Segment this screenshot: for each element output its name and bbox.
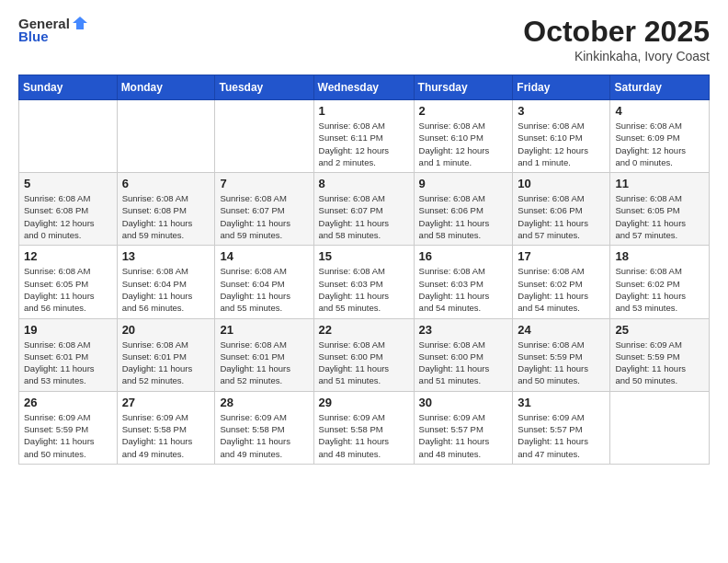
day-cell: 1Sunrise: 6:08 AM Sunset: 6:11 PM Daylig… [313,100,414,173]
week-row-1: 1Sunrise: 6:08 AM Sunset: 6:11 PM Daylig… [19,100,710,173]
day-number: 24 [518,323,605,337]
week-row-2: 5Sunrise: 6:08 AM Sunset: 6:08 PM Daylig… [19,173,710,246]
week-row-4: 19Sunrise: 6:08 AM Sunset: 6:01 PM Dayli… [19,318,710,391]
day-number: 13 [122,249,210,263]
weekday-header-thursday: Thursday [414,75,513,100]
day-info: Sunrise: 6:08 AM Sunset: 6:05 PM Dayligh… [615,192,704,241]
day-cell: 13Sunrise: 6:08 AM Sunset: 6:04 PM Dayli… [117,246,215,318]
day-cell: 11Sunrise: 6:08 AM Sunset: 6:05 PM Dayli… [610,173,710,246]
day-number: 29 [319,396,409,409]
day-info: Sunrise: 6:08 AM Sunset: 6:10 PM Dayligh… [419,120,508,168]
day-number: 18 [615,249,704,263]
weekday-header-friday: Friday [513,75,610,100]
day-info: Sunrise: 6:08 AM Sunset: 6:03 PM Dayligh… [419,265,508,314]
day-info: Sunrise: 6:09 AM Sunset: 5:57 PM Dayligh… [518,411,605,460]
day-cell [610,391,710,464]
day-cell: 10Sunrise: 6:08 AM Sunset: 6:06 PM Dayli… [513,173,610,246]
day-info: Sunrise: 6:08 AM Sunset: 6:05 PM Dayligh… [24,265,112,314]
weekday-header-monday: Monday [117,75,215,100]
day-number: 15 [319,249,409,263]
day-cell: 24Sunrise: 6:08 AM Sunset: 5:59 PM Dayli… [513,318,610,391]
day-cell: 28Sunrise: 6:09 AM Sunset: 5:58 PM Dayli… [215,391,313,464]
day-cell: 14Sunrise: 6:08 AM Sunset: 6:04 PM Dayli… [215,246,313,318]
day-info: Sunrise: 6:08 AM Sunset: 6:03 PM Dayligh… [319,265,409,314]
day-number: 6 [122,177,210,190]
day-number: 4 [615,104,704,118]
day-number: 1 [319,104,409,118]
day-info: Sunrise: 6:09 AM Sunset: 5:57 PM Dayligh… [419,411,508,460]
day-info: Sunrise: 6:08 AM Sunset: 6:00 PM Dayligh… [319,339,409,387]
day-info: Sunrise: 6:08 AM Sunset: 6:06 PM Dayligh… [518,192,605,241]
day-info: Sunrise: 6:09 AM Sunset: 5:58 PM Dayligh… [122,411,210,460]
logo-icon [72,15,88,31]
day-number: 28 [220,396,308,409]
day-cell: 25Sunrise: 6:09 AM Sunset: 5:59 PM Dayli… [610,318,710,391]
day-info: Sunrise: 6:08 AM Sunset: 6:02 PM Dayligh… [518,265,605,314]
day-cell: 3Sunrise: 6:08 AM Sunset: 6:10 PM Daylig… [513,100,610,173]
day-cell: 31Sunrise: 6:09 AM Sunset: 5:57 PM Dayli… [513,391,610,464]
day-cell: 4Sunrise: 6:08 AM Sunset: 6:09 PM Daylig… [610,100,710,173]
day-number: 30 [419,396,508,409]
location: Kinkinkaha, Ivory Coast [523,49,710,63]
day-cell: 21Sunrise: 6:08 AM Sunset: 6:01 PM Dayli… [215,318,313,391]
day-number: 9 [419,177,508,190]
day-info: Sunrise: 6:09 AM Sunset: 5:59 PM Dayligh… [24,411,112,460]
day-cell: 16Sunrise: 6:08 AM Sunset: 6:03 PM Dayli… [414,246,513,318]
day-cell: 30Sunrise: 6:09 AM Sunset: 5:57 PM Dayli… [414,391,513,464]
week-row-3: 12Sunrise: 6:08 AM Sunset: 6:05 PM Dayli… [19,246,710,318]
day-cell: 15Sunrise: 6:08 AM Sunset: 6:03 PM Dayli… [313,246,414,318]
day-info: Sunrise: 6:09 AM Sunset: 5:58 PM Dayligh… [319,411,409,460]
day-cell: 9Sunrise: 6:08 AM Sunset: 6:06 PM Daylig… [414,173,513,246]
page: General Blue October 2025 Kinkinkaha, Iv… [0,0,728,563]
day-info: Sunrise: 6:08 AM Sunset: 5:59 PM Dayligh… [518,339,605,387]
day-number: 31 [518,396,605,409]
day-number: 21 [220,323,308,337]
day-cell: 12Sunrise: 6:08 AM Sunset: 6:05 PM Dayli… [19,246,118,318]
day-cell: 17Sunrise: 6:08 AM Sunset: 6:02 PM Dayli… [513,246,610,318]
day-cell: 22Sunrise: 6:08 AM Sunset: 6:00 PM Dayli… [313,318,414,391]
day-number: 17 [518,249,605,263]
weekday-header-saturday: Saturday [610,75,710,100]
day-number: 10 [518,177,605,190]
day-number: 7 [220,177,308,190]
day-cell: 23Sunrise: 6:08 AM Sunset: 6:00 PM Dayli… [414,318,513,391]
day-cell: 7Sunrise: 6:08 AM Sunset: 6:07 PM Daylig… [215,173,313,246]
day-number: 3 [518,104,605,118]
day-info: Sunrise: 6:08 AM Sunset: 6:01 PM Dayligh… [24,339,112,387]
day-cell: 26Sunrise: 6:09 AM Sunset: 5:59 PM Dayli… [19,391,118,464]
day-number: 25 [615,323,704,337]
day-info: Sunrise: 6:08 AM Sunset: 6:01 PM Dayligh… [220,339,308,387]
day-info: Sunrise: 6:08 AM Sunset: 6:10 PM Dayligh… [518,120,605,168]
weekday-header-wednesday: Wednesday [313,75,414,100]
day-number: 12 [24,249,112,263]
day-cell: 19Sunrise: 6:08 AM Sunset: 6:01 PM Dayli… [19,318,118,391]
day-cell: 6Sunrise: 6:08 AM Sunset: 6:08 PM Daylig… [117,173,215,246]
day-number: 8 [319,177,409,190]
day-number: 22 [319,323,409,337]
day-info: Sunrise: 6:08 AM Sunset: 6:07 PM Dayligh… [319,192,409,241]
week-row-5: 26Sunrise: 6:09 AM Sunset: 5:59 PM Dayli… [19,391,710,464]
day-info: Sunrise: 6:09 AM Sunset: 5:59 PM Dayligh… [615,339,704,387]
day-cell: 27Sunrise: 6:09 AM Sunset: 5:58 PM Dayli… [117,391,215,464]
day-info: Sunrise: 6:08 AM Sunset: 6:07 PM Dayligh… [220,192,308,241]
day-number: 2 [419,104,508,118]
day-number: 5 [24,177,112,190]
day-info: Sunrise: 6:09 AM Sunset: 5:58 PM Dayligh… [220,411,308,460]
day-info: Sunrise: 6:08 AM Sunset: 6:02 PM Dayligh… [615,265,704,314]
day-number: 11 [615,177,704,190]
logo: General Blue [18,15,88,44]
weekday-header-sunday: Sunday [19,75,118,100]
svg-marker-0 [73,17,87,29]
header: General Blue October 2025 Kinkinkaha, Iv… [18,15,710,63]
day-number: 14 [220,249,308,263]
day-info: Sunrise: 6:08 AM Sunset: 6:04 PM Dayligh… [122,265,210,314]
day-cell: 20Sunrise: 6:08 AM Sunset: 6:01 PM Dayli… [117,318,215,391]
day-number: 27 [122,396,210,409]
day-info: Sunrise: 6:08 AM Sunset: 6:08 PM Dayligh… [24,192,112,241]
day-info: Sunrise: 6:08 AM Sunset: 6:11 PM Dayligh… [319,120,409,168]
day-cell: 2Sunrise: 6:08 AM Sunset: 6:10 PM Daylig… [414,100,513,173]
day-number: 23 [419,323,508,337]
day-cell [19,100,118,173]
day-number: 20 [122,323,210,337]
day-info: Sunrise: 6:08 AM Sunset: 6:04 PM Dayligh… [220,265,308,314]
